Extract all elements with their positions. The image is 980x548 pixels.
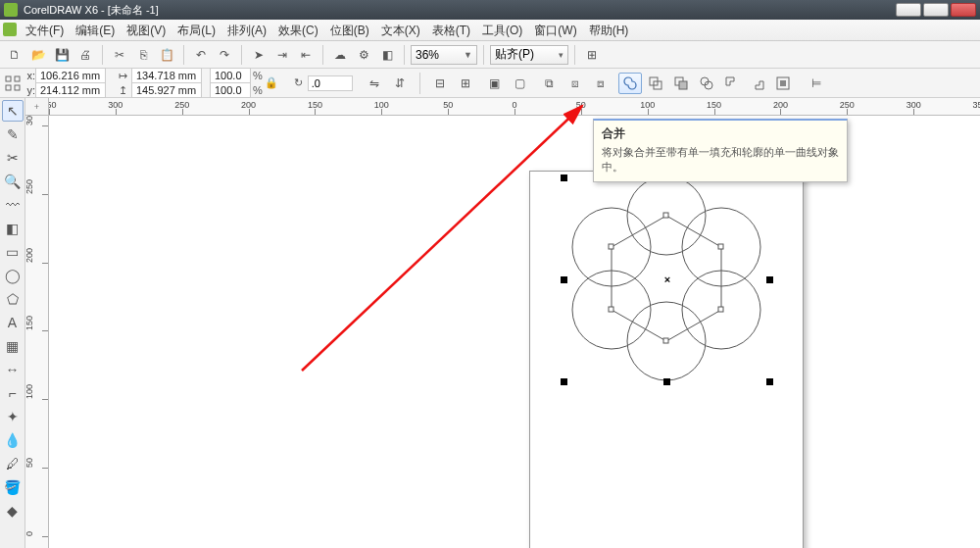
lock-ratio-icon[interactable]: 🔒 <box>263 75 280 91</box>
open-button[interactable]: 📂 <box>27 44 49 66</box>
intersect-button[interactable] <box>669 73 693 94</box>
undo-button[interactable]: ↶ <box>190 44 212 66</box>
ellipse-tool[interactable]: ◯ <box>2 265 24 286</box>
mirror-h-button[interactable]: ⇋ <box>363 73 386 94</box>
menu-table[interactable]: 表格(T) <box>426 21 476 40</box>
ruler-h-label: 200 <box>773 100 788 110</box>
ungroup-all-button[interactable]: ⧈ <box>589 73 612 94</box>
publish-button[interactable]: ☁ <box>329 44 351 66</box>
menu-bitmap[interactable]: 位图(B) <box>324 21 375 40</box>
to-back-button[interactable]: ▢ <box>509 73 532 94</box>
connector-tool[interactable]: ⌐ <box>2 382 24 404</box>
convert-curves-button[interactable]: ⊨ <box>805 73 828 94</box>
selection-handle-tl[interactable] <box>561 174 567 181</box>
selection-handle-bl[interactable] <box>561 378 567 385</box>
ruler-h-label: 200 <box>241 100 256 110</box>
ungroup-button[interactable]: ⧇ <box>564 73 587 94</box>
group-button[interactable]: ⧉ <box>538 73 562 94</box>
ruler-v-label: 250 <box>25 179 34 194</box>
freehand-tool[interactable]: 〰 <box>2 194 24 216</box>
y-position[interactable]: 214.112 mm <box>35 82 106 98</box>
x-position[interactable]: 106.216 mm <box>35 68 106 83</box>
zoom-select[interactable]: 36% ▼ <box>411 45 477 65</box>
scale-y[interactable]: 100.0 <box>210 82 251 98</box>
to-front-button[interactable]: ▣ <box>483 73 507 94</box>
menu-help[interactable]: 帮助(H) <box>583 21 635 40</box>
selection-handle-ml[interactable] <box>561 276 567 283</box>
width-value[interactable]: 134.718 mm <box>131 68 202 83</box>
ruler-v-label: 0 <box>25 531 34 536</box>
selection-handle-mr[interactable] <box>766 276 773 283</box>
tooltip-description: 将对象合并至带有单一填充和轮廓的单一曲线对象中。 <box>602 145 839 174</box>
ruler-vertical[interactable]: 300250200150100500 <box>25 116 49 548</box>
trim-button[interactable] <box>644 73 667 94</box>
shape-tool[interactable]: ✎ <box>2 124 24 145</box>
snap-label: 贴齐(P) <box>495 46 534 63</box>
front-minus-back-button[interactable] <box>720 73 744 94</box>
menu-arrange[interactable]: 排列(A) <box>221 21 272 40</box>
options-button[interactable]: ⚙ <box>353 44 374 66</box>
rectangle-tool[interactable]: ▭ <box>2 241 24 263</box>
table-tool[interactable]: ▦ <box>2 335 24 357</box>
weld-button[interactable] <box>618 73 642 94</box>
paste-button[interactable]: 📋 <box>156 44 177 66</box>
selection-handle-bc[interactable] <box>663 378 670 385</box>
pick-tool[interactable]: ↖ <box>2 100 24 122</box>
dimension-tool[interactable]: ↔ <box>2 359 24 380</box>
viewport[interactable]: × 合并 将对象合并至带有单一填充和轮廓的单一曲线对象中。 <box>49 116 980 548</box>
crop-tool[interactable]: ✂ <box>2 147 24 169</box>
ruler-horizontal[interactable]: 3503002502001501005005010015020025030035… <box>49 98 980 116</box>
effects-tool[interactable]: ✦ <box>2 406 24 427</box>
simplify-button[interactable] <box>695 73 718 94</box>
redo-button[interactable]: ↷ <box>214 44 235 66</box>
snap-select[interactable]: 贴齐(P) ▾ <box>490 45 568 65</box>
svg-rect-7 <box>679 81 687 89</box>
distribute-button[interactable]: ⊞ <box>454 73 477 94</box>
rotation-input[interactable] <box>308 75 353 91</box>
back-minus-front-button[interactable] <box>746 73 769 94</box>
minimize-button[interactable] <box>896 3 921 17</box>
close-button[interactable] <box>951 3 976 17</box>
interactive-fill-tool[interactable]: ◆ <box>2 500 24 522</box>
svg-rect-22 <box>663 338 668 343</box>
mirror-v-button[interactable]: ⇵ <box>388 73 412 94</box>
align-button[interactable]: ⊟ <box>428 73 452 94</box>
height-value[interactable]: 145.927 mm <box>131 82 202 98</box>
export-button[interactable]: ⇤ <box>295 44 317 66</box>
import-button[interactable]: ⇥ <box>271 44 293 66</box>
menu-edit[interactable]: 编辑(E) <box>70 21 121 40</box>
fill-tool[interactable]: 🪣 <box>2 476 24 498</box>
menu-layout[interactable]: 布局(L) <box>172 21 221 40</box>
maximize-button[interactable] <box>923 3 949 17</box>
logo-icon <box>3 23 17 36</box>
save-button[interactable]: 💾 <box>51 44 73 66</box>
menu-window[interactable]: 窗口(W) <box>528 21 582 40</box>
selection-center[interactable]: × <box>664 274 670 285</box>
menu-tools[interactable]: 工具(O) <box>476 21 528 40</box>
property-bar: x:106.216 mm y:214.112 mm ↦134.718 mm ↥1… <box>0 69 980 98</box>
selection-handle-br[interactable] <box>766 378 773 385</box>
canvas-area: + 35030025020015010050050100150200250300… <box>25 98 980 548</box>
smart-fill-tool[interactable]: ◧ <box>2 218 24 239</box>
menu-file[interactable]: 文件(F) <box>20 21 70 40</box>
copy-button[interactable]: ⎘ <box>132 44 154 66</box>
ruler-corner[interactable]: + <box>25 98 49 116</box>
launch-button[interactable]: ◧ <box>376 44 398 66</box>
cut-button[interactable]: ✂ <box>109 44 130 66</box>
workspace: ↖ ✎ ✂ 🔍 〰 ◧ ▭ ◯ ⬠ A ▦ ↔ ⌐ ✦ 💧 🖊 🪣 ◆ + 35… <box>0 98 980 548</box>
text-tool[interactable]: A <box>2 312 24 333</box>
print-button[interactable]: 🖨 <box>74 44 96 66</box>
ruler-h-label: 100 <box>374 100 389 110</box>
zoom-tool[interactable]: 🔍 <box>2 171 24 192</box>
menu-effects[interactable]: 效果(C) <box>272 21 324 40</box>
menu-text[interactable]: 文本(X) <box>375 21 426 40</box>
new-button[interactable]: 🗋 <box>4 44 25 66</box>
outline-tool[interactable]: 🖊 <box>2 453 24 474</box>
options2-button[interactable]: ⊞ <box>581 44 603 66</box>
menu-view[interactable]: 视图(V) <box>121 21 172 40</box>
eyedropper-tool[interactable]: 💧 <box>2 429 24 451</box>
boundary-button[interactable] <box>771 73 795 94</box>
polygon-tool[interactable]: ⬠ <box>2 288 24 310</box>
pick-button[interactable]: ➤ <box>248 44 270 66</box>
scale-x[interactable]: 100.0 <box>210 68 251 83</box>
